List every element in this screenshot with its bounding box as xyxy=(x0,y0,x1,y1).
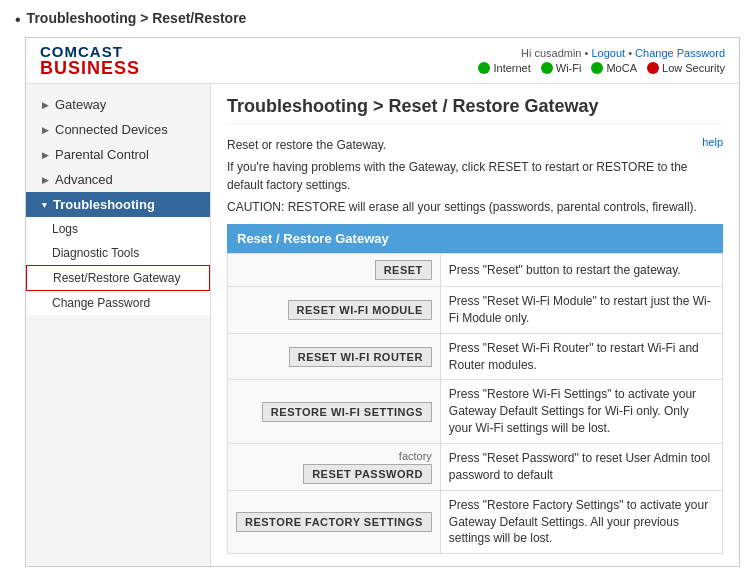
reset-desc: Press "Reset" button to restart the gate… xyxy=(440,254,722,287)
sidebar-item-reset-restore[interactable]: Reset/Restore Gateway xyxy=(26,265,210,291)
outer-container: • Troubleshooting > Reset/Restore COMCAS… xyxy=(0,0,755,571)
logout-link[interactable]: Logout xyxy=(591,47,625,59)
table-row: factory RESET PASSWORD Press "Reset Pass… xyxy=(228,443,723,490)
sidebar-item-logs[interactable]: Logs xyxy=(26,217,210,241)
reset-button[interactable]: RESET xyxy=(375,260,432,280)
status-moca: MoCA xyxy=(591,62,637,74)
change-password-link[interactable]: Change Password xyxy=(635,47,725,59)
moca-label: MoCA xyxy=(606,62,637,74)
reset-wifi-router-desc: Press "Reset Wi-Fi Router" to restart Wi… xyxy=(440,333,722,380)
sidebar-item-connected-devices[interactable]: ▶ Connected Devices xyxy=(26,117,210,142)
restore-factory-desc: Press "Restore Factory Settings" to acti… xyxy=(440,490,722,553)
wifi-label: Wi-Fi xyxy=(556,62,582,74)
restore-wifi-settings-button[interactable]: RESTORE WI-FI SETTINGS xyxy=(262,402,432,422)
security-dot xyxy=(647,62,659,74)
reset-wifi-module-btn-cell: RESET WI-FI MODULE xyxy=(228,287,441,334)
reset-password-desc: Press "Reset Password" to reset User Adm… xyxy=(440,443,722,490)
troubleshooting-label: Troubleshooting xyxy=(53,197,155,212)
reset-wifi-module-button[interactable]: RESET WI-FI MODULE xyxy=(288,300,432,320)
moca-dot xyxy=(591,62,603,74)
logo-area: COMCAST BUSINESS xyxy=(40,44,140,77)
internet-label: Internet xyxy=(493,62,530,74)
status-security: Low Security xyxy=(647,62,725,74)
parental-control-arrow: ▶ xyxy=(42,150,49,160)
header-bar: COMCAST BUSINESS Hi cusadmin • Logout • … xyxy=(26,38,739,84)
restore-factory-btn-cell: RESTORE FACTORY SETTINGS xyxy=(228,490,441,553)
main-content: Troubleshooting > Reset / Restore Gatewa… xyxy=(211,84,739,566)
troubleshooting-arrow: ▾ xyxy=(42,200,47,210)
table-row: RESET Press "Reset" button to restart th… xyxy=(228,254,723,287)
gateway-label: Gateway xyxy=(55,97,106,112)
bullet-header: • Troubleshooting > Reset/Restore xyxy=(15,10,740,29)
table-row: RESET WI-FI ROUTER Press "Reset Wi-Fi Ro… xyxy=(228,333,723,380)
user-greeting: Hi cusadmin • xyxy=(521,47,588,59)
sidebar-item-change-password[interactable]: Change Password xyxy=(26,291,210,315)
table-row: RESTORE WI-FI SETTINGS Press "Restore Wi… xyxy=(228,380,723,443)
help-link[interactable]: help xyxy=(702,136,723,148)
sidebar-item-diagnostic-tools[interactable]: Diagnostic Tools xyxy=(26,241,210,265)
reset-wifi-router-button[interactable]: RESET WI-FI ROUTER xyxy=(289,347,432,367)
reset-restore-label: Reset/Restore Gateway xyxy=(53,271,180,285)
bullet-text: Troubleshooting > Reset/Restore xyxy=(27,10,247,26)
restore-factory-settings-button[interactable]: RESTORE FACTORY SETTINGS xyxy=(236,512,432,532)
reset-password-btn-cell: factory RESET PASSWORD xyxy=(228,443,441,490)
reset-password-button[interactable]: RESET PASSWORD xyxy=(303,464,432,484)
caution-line: CAUTION: RESTORE will erase all your set… xyxy=(227,200,723,214)
main-box: COMCAST BUSINESS Hi cusadmin • Logout • … xyxy=(25,37,740,567)
sidebar-item-parental-control[interactable]: ▶ Parental Control xyxy=(26,142,210,167)
restore-wifi-settings-btn-cell: RESTORE WI-FI SETTINGS xyxy=(228,380,441,443)
info-section: help Reset or restore the Gateway. If yo… xyxy=(227,136,723,214)
logs-label: Logs xyxy=(52,222,78,236)
wifi-dot xyxy=(541,62,553,74)
internet-dot xyxy=(478,62,490,74)
status-wifi: Wi-Fi xyxy=(541,62,582,74)
restore-wifi-settings-desc: Press "Restore Wi-Fi Settings" to activa… xyxy=(440,380,722,443)
info-line: If you're having problems with the Gatew… xyxy=(227,158,723,194)
sidebar: ▶ Gateway ▶ Connected Devices ▶ Parental… xyxy=(26,84,211,566)
connected-devices-label: Connected Devices xyxy=(55,122,168,137)
table-row: RESTORE FACTORY SETTINGS Press "Restore … xyxy=(228,490,723,553)
reset-wifi-router-btn-cell: RESET WI-FI ROUTER xyxy=(228,333,441,380)
header-right: Hi cusadmin • Logout • Change Password I… xyxy=(478,47,725,74)
connected-devices-arrow: ▶ xyxy=(42,125,49,135)
gateway-arrow: ▶ xyxy=(42,100,49,110)
logo-comcast: COMCAST xyxy=(40,44,140,59)
table-row: RESET WI-FI MODULE Press "Reset Wi-Fi Mo… xyxy=(228,287,723,334)
factory-label: factory xyxy=(236,450,432,462)
header-user-row: Hi cusadmin • Logout • Change Password xyxy=(521,47,725,59)
sidebar-item-gateway[interactable]: ▶ Gateway xyxy=(26,92,210,117)
security-label: Low Security xyxy=(662,62,725,74)
status-row: Internet Wi-Fi MoCA Low Security xyxy=(478,62,725,74)
body-layout: ▶ Gateway ▶ Connected Devices ▶ Parental… xyxy=(26,84,739,566)
intro-text: Reset or restore the Gateway. xyxy=(227,136,723,154)
advanced-label: Advanced xyxy=(55,172,113,187)
diagnostic-tools-label: Diagnostic Tools xyxy=(52,246,139,260)
status-internet: Internet xyxy=(478,62,530,74)
bullet-dot: • xyxy=(15,10,21,29)
page-title: Troubleshooting > Reset / Restore Gatewa… xyxy=(227,96,723,124)
action-table: RESET Press "Reset" button to restart th… xyxy=(227,253,723,554)
parental-control-label: Parental Control xyxy=(55,147,149,162)
sidebar-item-troubleshooting[interactable]: ▾ Troubleshooting xyxy=(26,192,210,217)
change-password-label: Change Password xyxy=(52,296,150,310)
logo-business: BUSINESS xyxy=(40,59,140,77)
sidebar-item-advanced[interactable]: ▶ Advanced xyxy=(26,167,210,192)
reset-btn-cell: RESET xyxy=(228,254,441,287)
section-header: Reset / Restore Gateway xyxy=(227,224,723,253)
advanced-arrow: ▶ xyxy=(42,175,49,185)
reset-wifi-module-desc: Press "Reset Wi-Fi Module" to restart ju… xyxy=(440,287,722,334)
